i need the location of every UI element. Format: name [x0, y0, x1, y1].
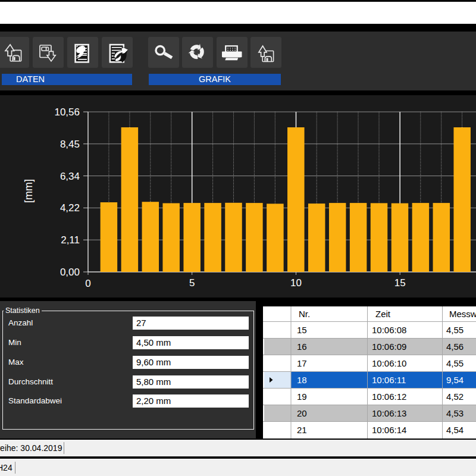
svg-text:10:06:08: 10:06:08 — [372, 325, 406, 335]
svg-text:0,00: 0,00 — [60, 267, 80, 278]
svg-text:10:06:13: 10:06:13 — [372, 408, 406, 418]
svg-text:10,56: 10,56 — [54, 107, 80, 118]
svg-text:15: 15 — [394, 277, 406, 289]
svg-text:21: 21 — [297, 425, 307, 435]
svg-text:Nr.: Nr. — [299, 309, 310, 319]
svg-text:2,11: 2,11 — [61, 234, 80, 246]
svg-text:10:06:10: 10:06:10 — [372, 358, 406, 368]
svg-text:20: 20 — [297, 408, 307, 418]
svg-text:10:06:09: 10:06:09 — [372, 342, 406, 352]
svg-text:4,56: 4,56 — [446, 342, 464, 352]
svg-text:4,22: 4,22 — [60, 202, 80, 214]
svg-text:4,53: 4,53 — [446, 408, 464, 418]
svg-text:4,54: 4,54 — [446, 425, 464, 435]
svg-text:18: 18 — [297, 375, 307, 385]
svg-text:10:06:12: 10:06:12 — [372, 392, 406, 402]
svg-text:4,55: 4,55 — [446, 325, 464, 335]
svg-text:10:06:14: 10:06:14 — [372, 425, 406, 435]
svg-text:16: 16 — [297, 342, 307, 352]
svg-text:[mm]: [mm] — [23, 179, 35, 203]
svg-text:4,52: 4,52 — [446, 392, 464, 402]
svg-text:6,34: 6,34 — [60, 171, 80, 182]
svg-text:17: 17 — [297, 358, 307, 368]
svg-text:8,45: 8,45 — [60, 139, 80, 150]
svg-text:Zeit: Zeit — [375, 309, 391, 319]
svg-text:10:06:11: 10:06:11 — [372, 375, 406, 385]
svg-text:15: 15 — [297, 325, 307, 335]
svg-text:0: 0 — [85, 278, 90, 289]
svg-text:4,55: 4,55 — [446, 358, 464, 368]
svg-text:5: 5 — [189, 277, 195, 289]
svg-text:Messwe: Messwe — [449, 309, 476, 319]
svg-text:10: 10 — [290, 277, 302, 289]
svg-text:9,54: 9,54 — [446, 375, 464, 385]
svg-text:19: 19 — [297, 392, 307, 402]
